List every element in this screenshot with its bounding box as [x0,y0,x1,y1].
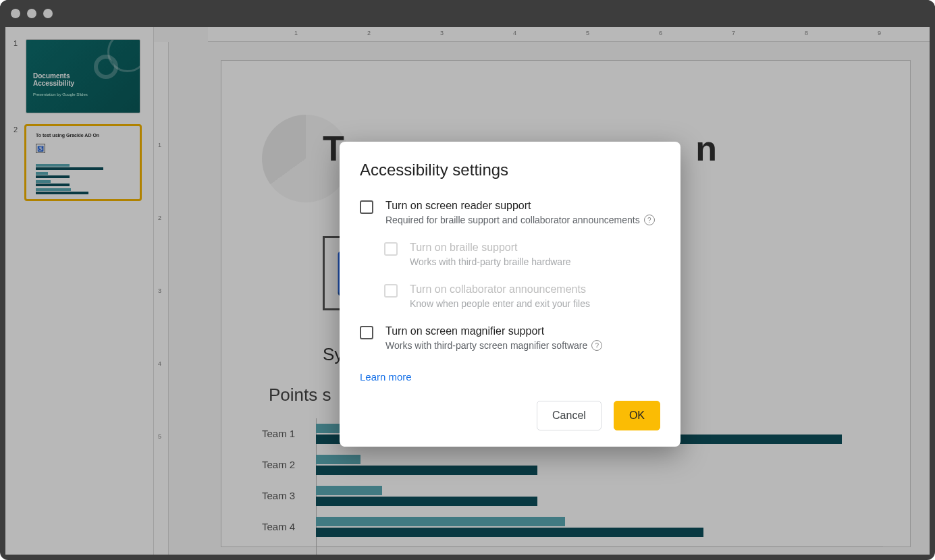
dialog-title: Accessibility settings [360,161,660,179]
option-label: Turn on braille support [410,242,571,254]
option-screen-reader[interactable]: Turn on screen reader support Required f… [360,200,660,225]
accessibility-settings-dialog: Accessibility settings Turn on screen re… [340,142,680,447]
checkbox-icon[interactable] [360,200,373,214]
help-icon[interactable]: ? [644,215,655,225]
option-description: Works with third-party screen magnifier … [385,340,602,351]
learn-more-link[interactable]: Learn more [360,371,412,383]
checkbox-icon[interactable] [360,326,373,339]
option-description: Know when people enter and exit your fil… [410,298,590,309]
window-frame: 1 Documents Accessibility Presentation b… [0,0,935,560]
app-content: 1 Documents Accessibility Presentation b… [5,27,930,555]
option-braille: Turn on braille support Works with third… [384,242,660,267]
checkbox-icon [384,284,398,298]
checkbox-icon [384,242,398,256]
ok-button[interactable]: OK [614,401,660,430]
cancel-button[interactable]: Cancel [537,401,602,430]
titlebar [0,0,935,27]
option-label: Turn on screen magnifier support [385,325,602,337]
option-collaborator-announcements: Turn on collaborator announcements Know … [384,283,660,309]
help-icon[interactable]: ? [591,340,602,351]
close-icon[interactable] [11,9,20,18]
option-label: Turn on screen reader support [385,200,655,212]
minimize-icon[interactable] [27,9,36,18]
option-description: Works with third-party braille hardware [410,256,571,267]
option-label: Turn on collaborator announcements [410,283,590,296]
option-screen-magnifier[interactable]: Turn on screen magnifier support Works w… [360,325,660,351]
option-description: Required for braille support and collabo… [385,215,655,225]
maximize-icon[interactable] [43,9,53,18]
